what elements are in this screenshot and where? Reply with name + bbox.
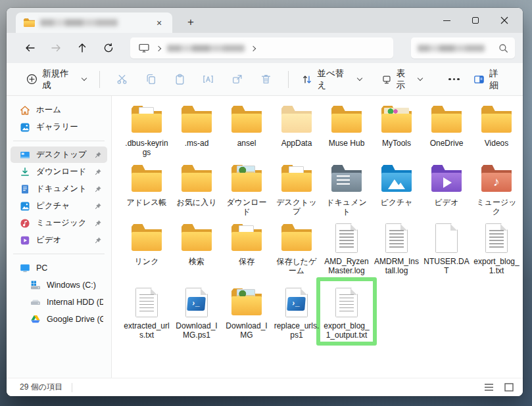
large-icons-view-icon[interactable]	[504, 383, 514, 392]
file-item[interactable]: MyTools	[372, 104, 422, 157]
desktop-icon	[20, 150, 30, 160]
file-item[interactable]: .ms-ad	[172, 104, 222, 157]
sidebar-item-label: ドキュメント	[36, 183, 87, 194]
more-options-button[interactable]	[439, 68, 468, 91]
rename-button[interactable]	[194, 68, 223, 91]
file-icon	[428, 164, 465, 195]
explorer-tab[interactable]: ×	[16, 12, 172, 33]
videos-icon	[20, 235, 30, 246]
sidebar-item-pictures[interactable]: ピクチャ	[11, 198, 107, 214]
breadcrumb-chevron-icon	[251, 45, 256, 51]
file-icon	[278, 287, 315, 319]
copy-button[interactable]	[136, 68, 165, 91]
file-item[interactable]: ピクチャ	[372, 164, 422, 216]
maximize-button[interactable]	[461, 10, 490, 31]
sidebar-item-documents[interactable]: ドキュメント	[11, 181, 107, 197]
share-button[interactable]	[223, 68, 252, 91]
paste-button[interactable]	[165, 68, 194, 91]
file-name: extracted_urls.txt	[124, 321, 170, 340]
trash-icon	[260, 74, 272, 85]
file-name: ダウンロード	[224, 198, 270, 216]
this-pc-icon	[138, 43, 150, 53]
paste-icon	[174, 74, 185, 85]
sidebar-item-pc[interactable]: PC	[11, 259, 107, 276]
file-item[interactable]: リンク	[122, 223, 172, 275]
file-item[interactable]: NTUSER.DAT	[422, 223, 472, 275]
sidebar-item-desktop[interactable]: デスクトップ	[11, 147, 107, 163]
pin-icon[interactable]	[93, 185, 103, 193]
sidebar-item-label: Windows (C:)	[47, 281, 96, 290]
list-view-icon[interactable]	[484, 383, 494, 392]
file-item[interactable]: アドレス帳	[122, 164, 172, 216]
sidebar-item-label: ホーム	[36, 104, 61, 116]
sidebar-item-drive-c[interactable]: Windows (C:)	[11, 277, 107, 293]
file-grid-row: アドレス帳 お気に入り ダウンロード デスクトップ ドキュメント ピクチャ ビデ…	[122, 164, 521, 216]
music-icon	[20, 218, 30, 229]
sidebar-item-google-drive[interactable]: Google Drive (G:)	[11, 311, 107, 327]
file-item[interactable]: .dbus-keyrings	[122, 104, 172, 157]
file-icon	[228, 223, 265, 254]
sidebar-item-videos[interactable]: ビデオ	[11, 232, 107, 248]
sort-button[interactable]: 並べ替え	[297, 64, 366, 95]
file-item[interactable]: デスクトップ	[272, 164, 322, 216]
file-item[interactable]: OneDrive	[422, 104, 472, 157]
search-box[interactable]	[411, 37, 515, 58]
file-item[interactable]: お気に入り	[172, 164, 222, 216]
sort-arrows-icon	[302, 74, 312, 85]
file-item-highlighted[interactable]: export_blog_1_output.txt	[322, 287, 372, 340]
file-item[interactable]: 検索	[172, 223, 222, 275]
refresh-button[interactable]	[97, 37, 120, 58]
file-item[interactable]: AppData	[272, 104, 322, 157]
file-item[interactable]: ansel	[222, 104, 272, 157]
sidebar-item-music[interactable]: ミュージック	[11, 215, 107, 231]
file-name: 保存	[239, 257, 254, 266]
pictures-icon	[20, 201, 30, 212]
file-item[interactable]: Videos	[472, 104, 521, 157]
details-pane-button[interactable]: 詳細	[468, 64, 512, 95]
pin-icon[interactable]	[93, 202, 103, 210]
pin-icon[interactable]	[93, 219, 103, 227]
file-item[interactable]: ドキュメント	[322, 164, 372, 216]
file-item[interactable]: 保存	[222, 223, 272, 275]
file-item[interactable]: replace_urls.ps1	[272, 287, 322, 340]
file-icon	[478, 223, 515, 254]
pin-icon[interactable]	[93, 151, 103, 159]
tab-close-button[interactable]: ×	[153, 16, 166, 30]
file-item[interactable]: Download_IMG	[222, 287, 272, 340]
file-item[interactable]: extracted_urls.txt	[122, 287, 172, 340]
sidebar-item-home[interactable]: ホーム	[11, 102, 107, 118]
pin-icon[interactable]	[93, 237, 103, 244]
new-tab-button[interactable]: +	[181, 14, 200, 31]
file-item[interactable]: Muse Hub	[322, 104, 372, 157]
file-item[interactable]: ミュージック	[472, 164, 521, 216]
file-item[interactable]: AMDRM_Install.log	[372, 223, 422, 275]
sidebar-item-gallery[interactable]: ギャラリー	[11, 119, 107, 135]
new-button[interactable]: 新規作成	[21, 64, 91, 95]
address-bar[interactable]	[130, 37, 393, 58]
file-explorer-window: × +	[7, 8, 523, 396]
file-name: ピクチャ	[380, 198, 412, 207]
up-button[interactable]	[71, 37, 93, 58]
minimize-button[interactable]	[432, 10, 461, 31]
file-item[interactable]: export_blog_1.txt	[472, 223, 521, 275]
file-item[interactable]: AMD_RyzenMaster.log	[322, 223, 372, 275]
file-name: AMDRM_Install.log	[374, 257, 420, 275]
scissors-icon	[116, 74, 128, 85]
sidebar-item-label: Internal HDD (D:)	[47, 298, 103, 307]
sidebar-item-downloads[interactable]: ダウンロード	[11, 164, 107, 180]
cut-button[interactable]	[108, 68, 137, 91]
file-item[interactable]: ダウンロード	[222, 164, 272, 216]
file-item[interactable]: ビデオ	[422, 164, 472, 216]
file-item[interactable]: Download_IMG.ps1	[172, 287, 222, 340]
forward-button[interactable]	[45, 37, 67, 58]
breadcrumb-chevron-icon	[156, 45, 161, 51]
file-item[interactable]: 保存したゲーム	[272, 223, 322, 275]
pin-icon[interactable]	[93, 168, 103, 176]
sidebar-item-drive-d[interactable]: Internal HDD (D:)	[11, 294, 107, 310]
drive-icon	[30, 297, 41, 307]
file-name: OneDrive	[430, 139, 464, 148]
delete-button[interactable]	[252, 68, 281, 91]
close-button[interactable]	[490, 10, 519, 31]
back-button[interactable]	[18, 37, 41, 58]
view-button[interactable]: 表示	[376, 64, 428, 95]
